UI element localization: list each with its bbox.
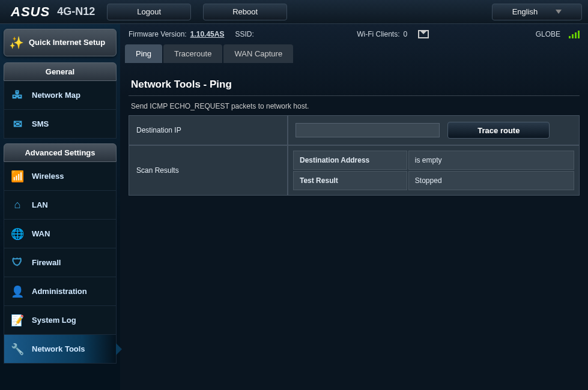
mail-icon[interactable] — [418, 30, 429, 38]
wifi-clients-label: Wi-Fi Clients: — [357, 30, 399, 38]
sidebar-item-label: Wireless — [32, 172, 64, 181]
results-table: Destination Address is empty Test Result… — [292, 149, 575, 191]
firmware-label: Firmware Version: — [129, 30, 187, 38]
sidebar-item-label: WAN — [32, 229, 50, 238]
result-value: is empty — [408, 151, 574, 170]
sidebar-item-label: LAN — [32, 200, 48, 209]
scan-results-cell: Destination Address is empty Test Result… — [288, 145, 580, 196]
network-map-icon: 🖧 — [10, 88, 25, 103]
envelope-icon: ✉ — [10, 117, 25, 131]
chevron-down-icon — [556, 10, 562, 14]
general-header: General — [4, 62, 117, 81]
tabs: Ping Traceroute WAN Capture — [120, 44, 588, 63]
quick-internet-setup-button[interactable]: ✨ Quick Internet Setup — [4, 29, 117, 56]
sidebar-item-label: Administration — [32, 287, 87, 296]
sidebar-item-label: Firewall — [32, 258, 61, 267]
brand-logo: ASUS — [11, 4, 50, 20]
scan-results-label: Scan Results — [129, 145, 288, 196]
tab-wan-capture[interactable]: WAN Capture — [223, 44, 293, 63]
language-dropdown[interactable]: English — [492, 4, 582, 20]
sidebar-item-network-tools[interactable]: 🔧 Network Tools — [4, 335, 117, 364]
main-content: Firmware Version: 1.10.45AS SSID: Wi-Fi … — [120, 24, 588, 390]
sidebar-item-wan[interactable]: 🌐 WAN — [4, 220, 117, 248]
destination-ip-cell: Trace route — [288, 115, 580, 145]
page-title: Network Tools - Ping — [129, 71, 580, 96]
ssid-label: SSID: — [235, 30, 253, 38]
ping-form-table: Destination IP Trace route Scan Results … — [129, 115, 580, 196]
log-icon: 📝 — [10, 313, 25, 328]
sidebar-item-label: Network Map — [32, 91, 80, 100]
wifi-icon: 📶 — [10, 169, 25, 184]
trace-route-button[interactable]: Trace route — [447, 122, 550, 139]
result-key: Destination Address — [293, 151, 407, 170]
sidebar-item-label: Network Tools — [32, 344, 85, 353]
quick-setup-label: Quick Internet Setup — [29, 38, 105, 47]
sidebar: ✨ Quick Internet Setup General 🖧 Network… — [0, 24, 120, 390]
sidebar-item-label: System Log — [32, 316, 76, 325]
tab-traceroute[interactable]: Traceroute — [163, 44, 222, 63]
user-icon: 👤 — [10, 284, 25, 299]
wifi-clients-count: 0 — [404, 30, 408, 38]
sidebar-item-sms[interactable]: ✉ SMS — [4, 110, 117, 139]
shield-icon: 🛡 — [10, 256, 25, 270]
language-label: English — [512, 7, 538, 16]
page-description: Send ICMP ECHO_REQUEST packets to networ… — [129, 96, 580, 115]
home-icon: ⌂ — [10, 198, 25, 212]
wand-icon: ✨ — [9, 35, 24, 50]
model-label: 4G-N12 — [57, 5, 95, 18]
globe-icon: 🌐 — [10, 227, 25, 241]
signal-icon — [569, 30, 580, 38]
destination-ip-input[interactable] — [296, 123, 440, 137]
result-key: Test Result — [293, 171, 407, 190]
tab-ping[interactable]: Ping — [125, 44, 162, 63]
top-bar: ASUS 4G-N12 Logout Reboot English — [0, 0, 588, 24]
result-value: Stopped — [408, 171, 574, 190]
carrier-label: GLOBE — [536, 30, 560, 38]
sidebar-item-wireless[interactable]: 📶 Wireless — [4, 162, 117, 191]
sidebar-item-lan[interactable]: ⌂ LAN — [4, 191, 117, 220]
table-row: Test Result Stopped — [293, 171, 574, 190]
destination-ip-label: Destination IP — [129, 115, 288, 145]
info-bar: Firmware Version: 1.10.45AS SSID: Wi-Fi … — [120, 24, 588, 44]
advanced-header: Advanced Settings — [4, 143, 117, 162]
tools-icon: 🔧 — [10, 342, 25, 356]
sidebar-item-administration[interactable]: 👤 Administration — [4, 277, 117, 306]
sidebar-item-network-map[interactable]: 🖧 Network Map — [4, 81, 117, 110]
sidebar-item-firewall[interactable]: 🛡 Firewall — [4, 248, 117, 277]
sidebar-item-label: SMS — [32, 119, 49, 128]
firmware-version-link[interactable]: 1.10.45AS — [190, 30, 225, 38]
table-row: Destination Address is empty — [293, 151, 574, 170]
logout-button[interactable]: Logout — [107, 4, 191, 20]
sidebar-item-system-log[interactable]: 📝 System Log — [4, 306, 117, 335]
reboot-button[interactable]: Reboot — [203, 4, 287, 20]
